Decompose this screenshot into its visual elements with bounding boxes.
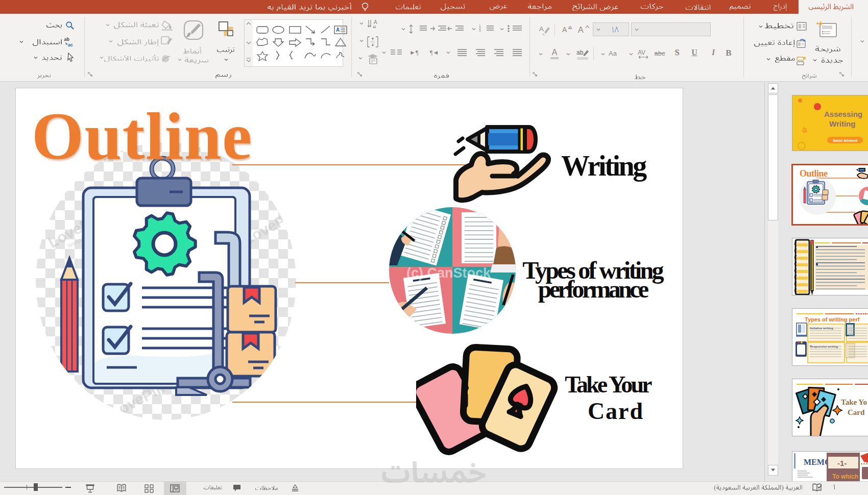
- svg-text:Assessing: Assessing: [824, 110, 862, 118]
- svg-text:ab: ab: [576, 49, 584, 56]
- svg-text:Card: Card: [848, 408, 865, 416]
- svg-text:AV: AV: [638, 49, 645, 56]
- svg-text:A: A: [562, 26, 567, 34]
- svg-text:(c) CanStock: (c) CanStock: [406, 265, 491, 281]
- svg-text:ab: ab: [64, 37, 70, 42]
- svg-text:To which: To which: [832, 473, 858, 480]
- svg-text:Take Yo: Take Yo: [841, 398, 867, 406]
- svg-text:-1-: -1-: [837, 459, 847, 467]
- svg-text:Sami Ahmed: Sami Ahmed: [833, 138, 857, 143]
- svg-text:Outline: Outline: [800, 168, 828, 179]
- svg-text:A: A: [374, 19, 377, 25]
- svg-text:Writing: Writing: [829, 119, 855, 128]
- svg-text:ac: ac: [68, 42, 73, 47]
- svg-text:A: A: [578, 26, 584, 34]
- svg-text:A: A: [539, 25, 544, 33]
- svg-text:Types of writing perf: Types of writing perf: [805, 316, 860, 323]
- svg-text:A: A: [336, 27, 340, 33]
